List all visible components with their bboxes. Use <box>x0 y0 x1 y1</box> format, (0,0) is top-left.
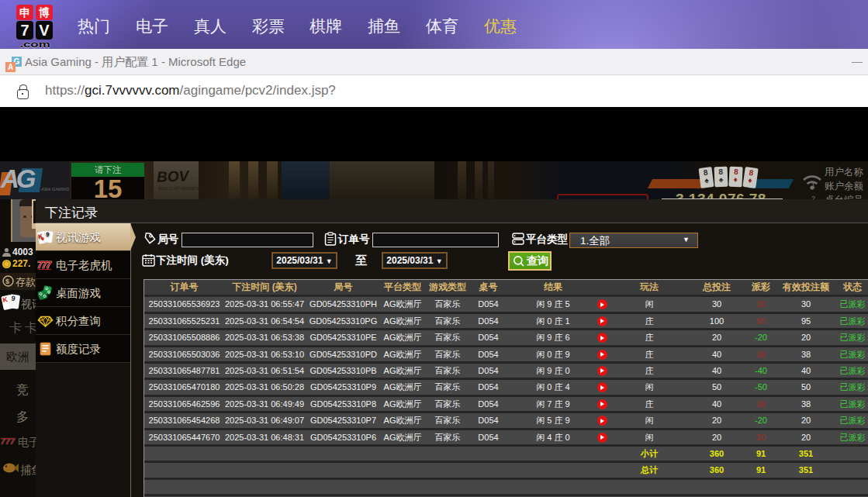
svg-text:777: 777 <box>37 260 52 271</box>
svg-text:$: $ <box>5 278 9 285</box>
